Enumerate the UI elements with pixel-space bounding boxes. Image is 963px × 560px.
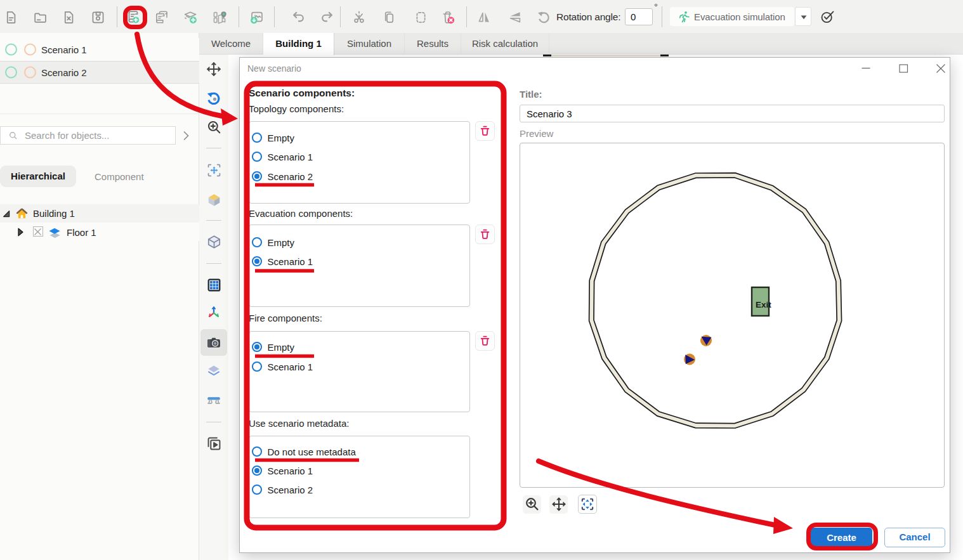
svg-text:Exit: Exit [756, 300, 771, 309]
